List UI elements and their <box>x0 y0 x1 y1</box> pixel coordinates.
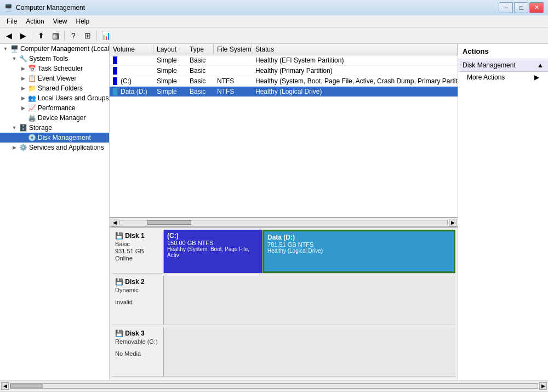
list-row[interactable]: Data (D:) Simple Basic NTFS Healthy (Log… <box>110 87 458 97</box>
services-apps-label: Services and Applications <box>29 144 104 151</box>
tree-device-manager[interactable]: 🖨️ Device Manager <box>0 113 109 123</box>
actions-collapse-icon: ▲ <box>537 61 544 69</box>
disk1-info: 💾 Disk 1 Basic 931.51 GB Online <box>112 230 164 273</box>
actions-more[interactable]: More Actions ▶ <box>458 72 548 83</box>
disk1-partition-d[interactable]: Data (D:) 781.51 GB NTFS Healthy (Logica… <box>262 230 455 273</box>
col-type[interactable]: Type <box>186 44 214 55</box>
task-scheduler-label: Task Scheduler <box>38 65 83 72</box>
title-icon: 🖥️ <box>4 4 13 12</box>
help-button[interactable]: ? <box>67 29 80 42</box>
list-hscrollbar[interactable]: ◀ ▶ <box>110 218 458 226</box>
up-button[interactable]: ⬆ <box>35 29 48 42</box>
hscroll-right-button[interactable]: ▶ <box>449 219 456 226</box>
disk3-icon: 💾 <box>115 329 123 337</box>
tree-scroll-track[interactable] <box>10 383 538 389</box>
chart-button[interactable]: 📊 <box>99 29 112 42</box>
cell-volume-2: (C:) <box>110 76 153 86</box>
storage-label: Storage <box>29 124 52 132</box>
list-header: Volume Layout Type File System Status <box>110 44 458 55</box>
disk1-partition-c[interactable]: (C:) 150.00 GB NTFS Healthy (System, Boo… <box>164 230 262 273</box>
minimize-button[interactable]: ─ <box>499 2 513 13</box>
tree-root[interactable]: ▼ 🖥️ Computer Management (Local <box>0 44 109 54</box>
forward-button[interactable]: ▶ <box>16 29 30 42</box>
disk2-row: 💾 Disk 2 Dynamic Invalid <box>112 276 455 325</box>
root-icon: 🖥️ <box>10 44 19 53</box>
actions-section-disk-mgmt[interactable]: Disk Management ▲ <box>458 59 548 72</box>
hscroll-track[interactable] <box>119 220 448 225</box>
cell-layout-0: Simple <box>153 55 186 65</box>
back-button[interactable]: ◀ <box>2 29 15 42</box>
partition-d-status: Healthy (Logical Drive) <box>267 248 450 254</box>
titlebar: 🖥️ Computer Management ─ □ ✕ <box>0 0 548 15</box>
col-layout[interactable]: Layout <box>153 44 186 55</box>
col-filesystem[interactable]: File System <box>214 44 252 55</box>
disk3-info: 💾 Disk 3 Removable (G:) No Media <box>112 327 164 376</box>
toolbar-sep3 <box>96 30 97 41</box>
partition-d-label: Data (D:) <box>267 234 450 241</box>
disk2-name: 💾 Disk 2 <box>115 278 160 286</box>
disk3-type: Removable (G:) <box>115 338 160 345</box>
tree-performance[interactable]: ▶ 📈 Performance <box>0 103 109 113</box>
disk2-partitions <box>164 276 455 325</box>
tree-system-tools[interactable]: ▼ 🔧 System Tools <box>0 54 109 64</box>
tree-disk-management[interactable]: 💿 Disk Management <box>0 133 109 143</box>
event-viewer-expander: ▶ <box>19 74 27 83</box>
disk-view: 💾 Disk 1 Basic 931.51 GB Online (C:) 150… <box>110 226 458 380</box>
menu-view[interactable]: View <box>49 16 72 26</box>
bottom-scrollbar: ◀ ▶ <box>0 380 548 391</box>
close-button[interactable]: ✕ <box>529 2 544 13</box>
menu-action[interactable]: Action <box>21 16 48 26</box>
performance-expander: ▶ <box>19 104 27 112</box>
cell-fs-0 <box>214 59 252 61</box>
tree-scroll-thumb[interactable] <box>10 384 43 388</box>
tree-shared-folders[interactable]: ▶ 📁 Shared Folders <box>0 83 109 93</box>
shared-folders-expander: ▶ <box>19 84 27 93</box>
system-tools-label: System Tools <box>29 55 68 63</box>
services-apps-icon: ⚙️ <box>19 143 27 152</box>
tree-storage[interactable]: ▼ 🗄️ Storage <box>0 123 109 133</box>
tree-services-apps[interactable]: ▶ ⚙️ Services and Applications <box>0 143 109 152</box>
actions-panel: Actions Disk Management ▲ More Actions ▶ <box>458 44 548 380</box>
show-hide-button[interactable]: ▦ <box>49 29 62 42</box>
list-row[interactable]: Simple Basic Healthy (Primary Partition) <box>110 66 458 76</box>
cell-status-2: Healthy (System, Boot, Page File, Active… <box>252 76 458 86</box>
col-status[interactable]: Status <box>252 44 458 55</box>
cell-status-1: Healthy (Primary Partition) <box>252 66 458 76</box>
partition-c-size: 150.00 GB NTFS <box>167 240 259 246</box>
menu-help[interactable]: Help <box>72 16 94 26</box>
disk1-icon: 💾 <box>115 232 123 240</box>
menu-file[interactable]: File <box>2 16 21 26</box>
tree-task-scheduler[interactable]: ▶ 📅 Task Scheduler <box>0 64 109 73</box>
cell-status-0: Healthy (EFI System Partition) <box>252 55 458 65</box>
local-users-label: Local Users and Groups <box>38 94 109 102</box>
tree-scroll-left[interactable]: ◀ <box>1 382 9 390</box>
cell-fs-3: NTFS <box>214 87 252 96</box>
hscroll-left-button[interactable]: ◀ <box>111 219 118 226</box>
list-row[interactable]: Simple Basic Healthy (EFI System Partiti… <box>110 55 458 66</box>
local-users-icon: 👥 <box>27 94 36 103</box>
device-manager-icon: 🖨️ <box>27 113 36 122</box>
tree-panel: ▼ 🖥️ Computer Management (Local ▼ 🔧 Syst… <box>0 44 110 380</box>
tree-event-viewer[interactable]: ▶ 📋 Event Viewer <box>0 73 109 83</box>
disk-management-icon: 💿 <box>27 133 36 142</box>
partition-c-label: (C:) <box>167 232 259 240</box>
hscroll-thumb[interactable] <box>147 220 191 225</box>
cell-volume-0 <box>110 55 153 65</box>
window-controls: ─ □ ✕ <box>499 2 544 13</box>
cell-layout-2: Simple <box>153 76 186 86</box>
disk1-partitions: (C:) 150.00 GB NTFS Healthy (System, Boo… <box>164 230 455 273</box>
disk2-type: Dynamic <box>115 287 160 293</box>
tree-scroll-right[interactable]: ▶ <box>539 382 547 390</box>
cell-type-3: Basic <box>186 87 214 96</box>
cell-layout-3: Simple <box>153 87 186 96</box>
col-volume[interactable]: Volume <box>110 44 153 55</box>
maximize-button[interactable]: □ <box>514 2 528 13</box>
info-button[interactable]: ⊞ <box>81 29 94 42</box>
disk1-size: 931.51 GB <box>115 248 160 254</box>
main-layout: ▼ 🖥️ Computer Management (Local ▼ 🔧 Syst… <box>0 44 548 380</box>
list-row[interactable]: (C:) Simple Basic NTFS Healthy (System, … <box>110 76 458 87</box>
disk3-status: No Media <box>115 350 160 357</box>
cell-volume-3: Data (D:) <box>110 87 153 96</box>
tree-local-users[interactable]: ▶ 👥 Local Users and Groups <box>0 93 109 103</box>
actions-section-label: Disk Management <box>463 61 516 69</box>
